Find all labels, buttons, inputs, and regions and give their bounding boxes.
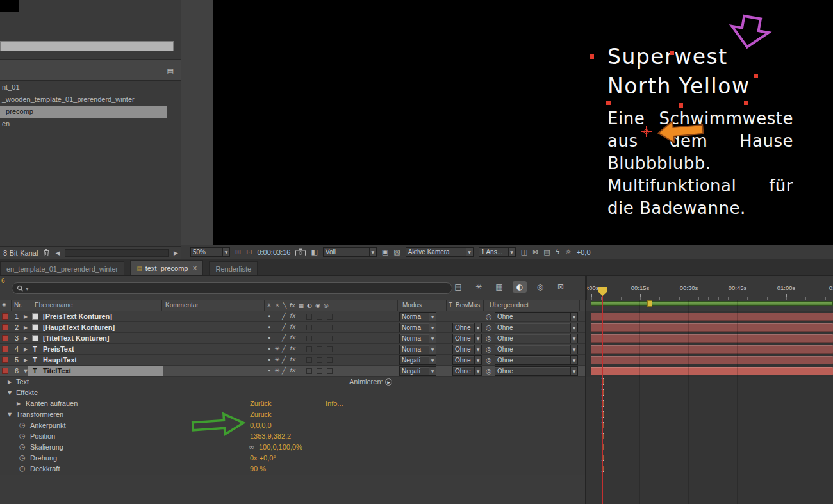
tab-en-template-01-prerenderd-winter[interactable]: en_template_01_prerenderd_winter [0, 261, 124, 275]
property-twirl-icon[interactable]: ▶ [8, 379, 12, 385]
parent-pick-whip-icon[interactable]: ◎ [486, 334, 492, 343]
layer-twirl-icon[interactable]: ▼ [24, 368, 28, 374]
stopwatch-icon[interactable]: ◷ [19, 453, 26, 462]
composition-mini-flowchart-icon[interactable]: ▤ [451, 281, 465, 293]
layer-row-1[interactable]: 1▶[PreisText Konturen]∙╱fxNorma▼◎Ohne▼ [0, 311, 586, 322]
trkmat-dropdown[interactable]: Ohne▼ [452, 323, 482, 332]
switch-checkbox[interactable] [327, 336, 333, 341]
switch-checkbox[interactable] [306, 314, 312, 320]
stopwatch-icon[interactable]: ◷ [19, 421, 26, 429]
time-ruler[interactable]: 0:00s00:15s00:30s00:45s01:00s01:1 [586, 276, 833, 300]
layer-row-6[interactable]: 6▼TTitelText∙☀╱fxNegati▼Ohne▼◎Ohne▼ [0, 366, 586, 377]
mode-dropdown[interactable]: Norma▼ [399, 323, 436, 332]
column-parent[interactable]: Übergeordnet [490, 302, 529, 309]
trkmat-dropdown[interactable]: Ohne▼ [452, 345, 482, 354]
parent-pick-whip-icon[interactable]: ◎ [486, 356, 492, 364]
transparency-grid-icon[interactable]: ▨ [393, 248, 400, 256]
layer-twirl-icon[interactable]: ▶ [24, 357, 28, 363]
frame-blend-switch-icon[interactable]: ∙ [267, 313, 271, 320]
trkmat-dropdown[interactable]: Ohne▼ [452, 334, 482, 343]
effects-switch-icon[interactable]: fx [290, 334, 295, 341]
work-area-bar[interactable] [591, 301, 833, 306]
parent-pick-whip-icon[interactable]: ◎ [486, 367, 492, 375]
selection-handle[interactable] [744, 101, 748, 105]
property-twirl-icon[interactable]: ▼ [8, 390, 12, 396]
layer-duration-bar[interactable] [591, 367, 833, 375]
parent-dropdown[interactable]: Ohne▼ [495, 355, 578, 365]
layer-name[interactable]: HauptText [43, 356, 77, 364]
parent-dropdown[interactable]: Ohne▼ [495, 334, 578, 343]
frame-blend-switch-icon[interactable]: ∙ [267, 367, 271, 374]
stopwatch-icon[interactable]: ◷ [19, 443, 26, 451]
selection-handle[interactable] [670, 51, 674, 55]
layer-label-color[interactable] [2, 346, 8, 352]
region-of-interest-icon[interactable]: ▣ [382, 248, 388, 256]
safe-zones-icon[interactable]: ⊡ [246, 248, 252, 256]
parent-pick-whip-icon[interactable]: ◎ [486, 323, 492, 332]
quality-switch-icon[interactable]: ╱ [282, 345, 286, 352]
exposure-icon[interactable]: ☼ [565, 248, 572, 256]
switch-checkbox[interactable] [317, 368, 322, 374]
show-channel-icon[interactable]: ◧ [311, 248, 317, 256]
effects-switch-icon[interactable]: fx [290, 367, 295, 373]
layer-label-color[interactable] [2, 313, 8, 320]
quality-switch-icon[interactable]: ╱ [282, 356, 286, 363]
selection-handle[interactable] [679, 103, 683, 108]
parent-dropdown[interactable]: Ohne▼ [495, 323, 578, 332]
switch-checkbox[interactable] [306, 368, 312, 374]
column-t[interactable]: T [449, 302, 452, 309]
exposure-value[interactable]: +0,0 [577, 248, 591, 256]
selection-handle[interactable] [754, 74, 758, 78]
layer-duration-bar[interactable] [591, 345, 833, 354]
layer-label-color[interactable] [2, 335, 8, 341]
work-area-handle[interactable] [647, 300, 652, 307]
constrain-proportions-icon[interactable]: ∞ [249, 443, 254, 451]
layer-name[interactable]: [HauptText Konturen] [43, 323, 115, 331]
quality-sun-icon[interactable]: ☀ [274, 356, 280, 363]
effects-switch-icon[interactable]: fx [290, 356, 295, 362]
switch-checkbox[interactable] [306, 336, 312, 341]
resolution-dropdown[interactable]: Voll▼ [323, 247, 377, 257]
panel-flowchart-icon[interactable]: ▤ [167, 67, 174, 75]
scroll-left-icon[interactable]: ◀ [55, 250, 60, 256]
layer-twirl-icon[interactable]: ▶ [24, 314, 28, 320]
switch-checkbox[interactable] [327, 314, 333, 320]
current-time-fragment[interactable]: 6 [1, 277, 5, 284]
layer-label-color[interactable] [2, 324, 8, 330]
parent-dropdown[interactable]: Ohne▼ [495, 345, 578, 354]
horizontal-scrollbar[interactable] [65, 249, 169, 257]
layer-twirl-icon[interactable]: ▶ [24, 336, 28, 341]
trash-icon[interactable] [43, 248, 50, 257]
project-item-nt-01[interactable]: nt_01 [0, 81, 181, 93]
layer-name[interactable]: TitelText [43, 367, 71, 375]
frame-blend-switch-icon[interactable]: ∙ [267, 334, 271, 341]
timeline-search-input[interactable] [31, 284, 447, 292]
timeline-track-area[interactable]: IIIIIIIII [586, 300, 833, 504]
layer-row-3[interactable]: 3▶[TitelText Konturen]∙╱fxNorma▼Ohne▼◎Oh… [0, 333, 586, 344]
property-value[interactable]: 1353,9,382,2 [250, 432, 291, 440]
parent-pick-whip-icon[interactable]: ◎ [486, 313, 492, 321]
pixel-aspect-icon[interactable]: ◫ [521, 248, 527, 256]
scroll-right-icon[interactable]: ▶ [174, 250, 178, 256]
snapshot-camera-icon[interactable] [295, 248, 306, 256]
mode-dropdown[interactable]: Norma▼ [399, 345, 436, 354]
column-comment[interactable]: Kommentar [165, 302, 199, 309]
layer-row-2[interactable]: 2▶[HauptText Konturen]∙╱fxNorma▼Ohne▼◎Oh… [0, 322, 586, 333]
column-name[interactable]: Ebenenname [35, 302, 73, 309]
property-value[interactable]: 100,0,100,0% [259, 443, 302, 451]
parent-dropdown[interactable]: Ohne▼ [495, 366, 578, 376]
mode-dropdown[interactable]: Norma▼ [399, 334, 436, 343]
animate-play-icon[interactable]: ▶ [385, 378, 392, 386]
parent-pick-whip-icon[interactable]: ◎ [486, 345, 492, 354]
tab-renderliste[interactable]: Renderliste [209, 261, 258, 275]
layer-twirl-icon[interactable]: ▶ [24, 325, 28, 330]
view-layout-dropdown[interactable]: 1 Ans...▼ [479, 247, 516, 257]
mode-dropdown[interactable]: Norma▼ [399, 312, 436, 321]
layer-name[interactable]: PreisText [43, 345, 74, 353]
property-value[interactable]: Zurück [250, 400, 272, 407]
mode-dropdown[interactable]: Negati▼ [399, 366, 436, 376]
switch-checkbox[interactable] [327, 325, 333, 330]
search-options-icon[interactable]: ▼ [26, 286, 29, 291]
frame-blend-switch-icon[interactable]: ∙ [267, 356, 271, 363]
current-time-display[interactable]: 0:00:03:16 [257, 248, 290, 256]
